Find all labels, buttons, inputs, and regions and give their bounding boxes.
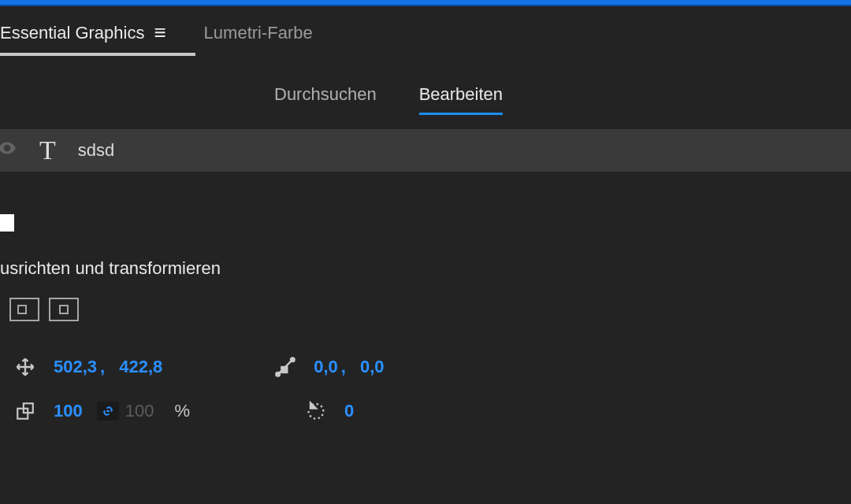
scale-unit: %	[174, 401, 190, 421]
svg-rect-1	[282, 367, 288, 372]
scale-x-value[interactable]: 100	[54, 401, 83, 421]
align-buttons-row	[9, 298, 851, 321]
position-sep: ,	[100, 357, 105, 377]
link-scale-icon[interactable]	[97, 402, 119, 421]
subtab-browse-label: Durchsuchen	[274, 84, 377, 104]
visibility-eye-icon[interactable]	[0, 138, 17, 163]
panel-menu-icon[interactable]: ≡	[154, 20, 165, 45]
position-icon	[11, 356, 39, 378]
tab-lumetri-farbe-label: Lumetri-Farbe	[204, 23, 313, 43]
rotation-icon	[302, 400, 330, 422]
svg-point-2	[291, 358, 295, 361]
align-frame-button[interactable]	[9, 298, 39, 321]
scale-y-value[interactable]: 100	[125, 401, 154, 421]
position-x-value[interactable]: 502,3	[54, 357, 97, 377]
section-align-transform-title: usrichten und transformieren	[0, 258, 851, 279]
scale-row: 100 100 % 0	[0, 389, 851, 433]
essential-graphics-panel: Essential Graphics ≡ Lumetri-Farbe Durch…	[0, 6, 851, 504]
rotation-group: 0	[302, 400, 354, 422]
anchor-sep: ,	[341, 357, 346, 377]
tab-lumetri-farbe[interactable]: Lumetri-Farbe	[204, 23, 313, 43]
rotation-value[interactable]: 0	[344, 401, 354, 421]
anchor-y-value[interactable]: 0,0	[360, 357, 385, 377]
position-y-value[interactable]: 422,8	[119, 357, 162, 377]
anchor-group: 0,0 , 0,0	[271, 356, 384, 378]
anchor-point-icon	[271, 356, 299, 378]
layer-name[interactable]: sdsd	[78, 140, 114, 161]
text-layer-icon: T	[39, 135, 56, 165]
align-center-inner-icon	[59, 305, 69, 314]
position-row: 502,3 , 422,8 0,0 , 0,0	[0, 345, 851, 389]
transform-properties: 502,3 , 422,8 0,0 , 0,0	[0, 345, 851, 433]
tab-essential-graphics[interactable]: Essential Graphics ≡	[0, 20, 166, 45]
subtab-edit[interactable]: Bearbeiten	[419, 84, 503, 115]
align-frame-inner-icon	[17, 305, 27, 314]
subtab-edit-label: Bearbeiten	[419, 84, 503, 104]
align-center-button[interactable]	[49, 298, 79, 321]
panel-tabs: Essential Graphics ≡ Lumetri-Farbe	[0, 6, 851, 45]
anchor-x-value[interactable]: 0,0	[314, 357, 338, 377]
fill-color-swatch[interactable]	[0, 214, 14, 232]
window-top-accent	[0, 0, 851, 6]
scale-icon	[11, 401, 39, 421]
svg-point-3	[277, 372, 281, 376]
tab-essential-graphics-label: Essential Graphics	[0, 23, 144, 43]
sub-tabs: Durchsuchen Bearbeiten	[0, 56, 851, 115]
subtab-browse[interactable]: Durchsuchen	[274, 84, 377, 115]
layer-row[interactable]: T sdsd	[0, 129, 851, 172]
